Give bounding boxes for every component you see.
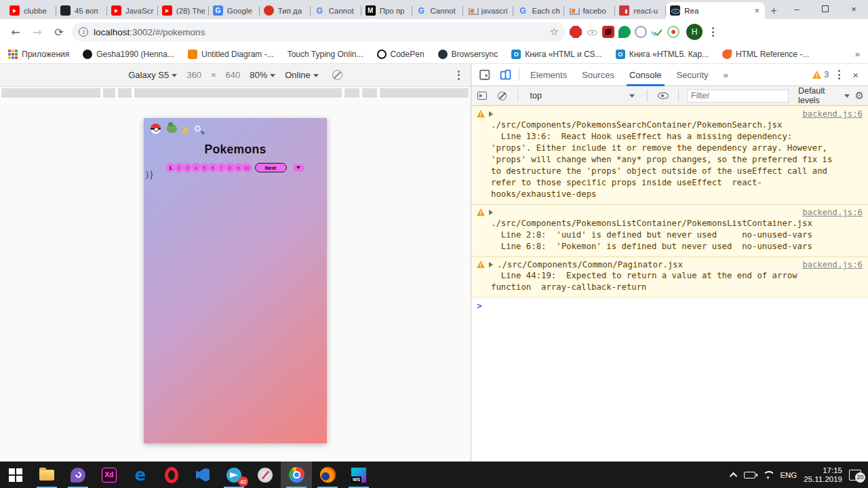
taskbar-viber[interactable]: [62, 462, 94, 488]
viewport-height[interactable]: 640: [225, 70, 240, 80]
next-page-button[interactable]: Next: [255, 163, 287, 172]
page-button[interactable]: 6: [208, 163, 218, 172]
more-tabs-icon[interactable]: »: [717, 64, 735, 86]
console-prompt[interactable]: >: [471, 297, 868, 314]
zoom-select[interactable]: 80%: [250, 70, 275, 80]
create-live-expression-icon[interactable]: [656, 88, 670, 103]
bookmark-browsersync[interactable]: Browsersync: [438, 50, 498, 59]
network-select[interactable]: Online: [285, 70, 319, 80]
bookmark-star-icon[interactable]: ☆: [550, 26, 559, 38]
device-toolbar-menu-icon[interactable]: [452, 68, 465, 83]
bookmark-typing[interactable]: Touch Typing Onlin...: [288, 50, 363, 59]
language-indicator[interactable]: ENG: [780, 471, 797, 479]
media-query-bar[interactable]: [0, 87, 471, 99]
taskbar-opera[interactable]: [156, 462, 187, 488]
page-dropdown-button[interactable]: [293, 164, 304, 172]
page-info-icon[interactable]: i: [79, 27, 88, 37]
taskbar-chrome[interactable]: [281, 462, 312, 488]
lightning-icon[interactable]: [182, 124, 190, 133]
devtools-close-icon[interactable]: ×: [847, 69, 864, 81]
rotate-device-icon[interactable]: [332, 70, 342, 80]
tab-elements[interactable]: Elements: [524, 64, 574, 86]
taskbar-firefox[interactable]: [312, 462, 343, 488]
page-button[interactable]: 7: [217, 163, 226, 172]
taskbar-telegram[interactable]: 40: [218, 462, 250, 488]
devtools-menu-icon[interactable]: [833, 67, 846, 82]
pokeball-icon[interactable]: [151, 124, 161, 134]
browser-tab[interactable]: GEach ch: [513, 2, 564, 19]
forward-icon[interactable]: →: [28, 23, 46, 41]
new-tab-button[interactable]: +: [765, 2, 783, 19]
browser-tab[interactable]: GCannot: [412, 2, 463, 19]
taskbar-vscode[interactable]: [187, 462, 218, 488]
page-button[interactable]: 3: [183, 163, 193, 172]
source-link[interactable]: backend.js:6: [802, 109, 863, 119]
bookmark-html5-book[interactable]: OКнига «HTML5. Кар...: [616, 50, 709, 59]
taskbar-edge[interactable]: e: [125, 462, 156, 488]
chat-extension-icon[interactable]: [618, 26, 631, 38]
javascript-context-select[interactable]: top: [526, 90, 639, 102]
tab-sources[interactable]: Sources: [575, 64, 621, 86]
bookmark-github[interactable]: Gesha1990 (Henna...: [83, 50, 174, 59]
page-button[interactable]: 4: [191, 163, 201, 172]
console-filter-input[interactable]: [687, 90, 789, 102]
log-levels-select[interactable]: Default levels: [798, 86, 850, 105]
wifi-icon[interactable]: [762, 471, 773, 479]
search-icon[interactable]: [195, 126, 201, 132]
page-button[interactable]: 10: [242, 163, 252, 172]
browser-tab[interactable]: GGoogle: [209, 2, 260, 19]
taskbar-safari[interactable]: [250, 462, 281, 488]
browser-tab[interactable]: javascri: [463, 2, 514, 19]
browser-tab[interactable]: GCannot: [311, 2, 361, 19]
tray-chevron-up-icon[interactable]: [730, 472, 737, 479]
taskbar-webstorm[interactable]: [343, 462, 374, 488]
browser-tab[interactable]: Тип да: [260, 2, 311, 19]
address-bar[interactable]: i localhost:3002/#/pokemons ☆: [72, 22, 566, 41]
battery-icon[interactable]: [744, 472, 755, 478]
browser-tab[interactable]: (28) The: [158, 2, 209, 19]
bookmark-html-reference[interactable]: HTML Reference -...: [722, 50, 809, 59]
expand-triangle-icon[interactable]: [489, 111, 493, 117]
browser-menu-icon[interactable]: [707, 24, 719, 39]
page-button[interactable]: 1: [166, 163, 176, 172]
timer-extension-icon[interactable]: [635, 26, 647, 38]
tab-close-icon[interactable]: ×: [753, 5, 762, 16]
reload-icon[interactable]: ⟳: [50, 23, 68, 41]
page-button[interactable]: 2: [174, 163, 184, 172]
profile-avatar[interactable]: H: [686, 24, 703, 40]
browser-tab[interactable]: facebo: [564, 2, 615, 19]
bookmark-diagram[interactable]: Untitled Diagram -...: [188, 50, 274, 59]
page-button[interactable]: 8: [225, 163, 235, 172]
window-minimize-button[interactable]: –: [783, 0, 811, 18]
expand-triangle-icon[interactable]: [489, 262, 493, 267]
start-button[interactable]: [0, 462, 31, 488]
toggle-device-toolbar-icon[interactable]: [496, 66, 515, 83]
back-icon[interactable]: ←: [7, 23, 24, 41]
checker-extension-icon[interactable]: [651, 26, 663, 38]
inspect-element-icon[interactable]: [475, 66, 494, 83]
expand-triangle-icon[interactable]: [489, 210, 493, 215]
target-extension-icon[interactable]: [667, 26, 679, 38]
taskbar-adobe-xd[interactable]: Xd: [94, 462, 125, 488]
taskbar-file-explorer[interactable]: [31, 462, 62, 488]
warning-count-badge[interactable]: 3: [812, 70, 831, 79]
notification-center-icon[interactable]: 20: [849, 470, 861, 481]
page-button[interactable]: 9: [234, 163, 243, 172]
console-settings-gear-icon[interactable]: ⚙: [855, 90, 864, 102]
window-maximize-button[interactable]: [811, 0, 840, 18]
viewport-width[interactable]: 360: [186, 70, 201, 80]
tab-security[interactable]: Security: [670, 64, 715, 86]
bookmark-codepen[interactable]: CodePen: [377, 50, 425, 59]
clock[interactable]: 17:1525.11.2019: [804, 466, 842, 484]
console-sidebar-icon[interactable]: [475, 88, 490, 103]
window-close-button[interactable]: ×: [840, 0, 868, 18]
tab-console[interactable]: Console: [623, 64, 669, 86]
bug-extension-icon[interactable]: [602, 26, 614, 38]
browser-tab[interactable]: react-u: [615, 2, 666, 19]
source-link[interactable]: backend.js:6: [802, 207, 863, 218]
bookmark-html-book[interactable]: OКнига «HTML и CS...: [511, 50, 601, 59]
bookmarks-overflow-icon[interactable]: »: [855, 49, 860, 59]
browser-tab[interactable]: JavaScr: [107, 2, 158, 19]
browser-tab-active[interactable]: Rea×: [666, 2, 765, 19]
source-link[interactable]: backend.js:6: [802, 259, 863, 270]
